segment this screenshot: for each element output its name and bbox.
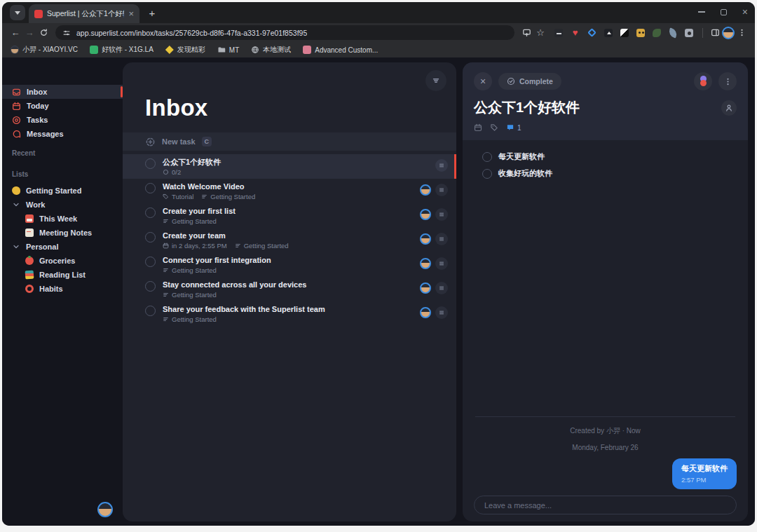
task-row[interactable]: Create your teamin 2 days, 2:55 PMGettin…: [123, 228, 456, 252]
sidebar-item[interactable]: Messages: [2, 127, 123, 141]
sidebar-list-item[interactable]: Meeting Notes: [2, 226, 123, 240]
bookmark-item[interactable]: 好软件 - X1G.LA: [90, 45, 154, 55]
reminder-toast[interactable]: 每天更新软件 2:57 PM: [672, 458, 737, 489]
task-detail-icon[interactable]: [435, 306, 448, 319]
task-checkbox[interactable]: [145, 232, 156, 243]
maximize-icon[interactable]: [721, 9, 727, 15]
browser-profile-avatar[interactable]: [722, 27, 735, 39]
minimize-icon[interactable]: [698, 11, 705, 13]
subtask-checkbox[interactable]: [482, 152, 492, 162]
tag-icon[interactable]: [490, 123, 498, 132]
sidebar-list-item[interactable]: Reading List: [2, 268, 123, 282]
assignee-button[interactable]: [721, 100, 737, 116]
puzzle-extension-icon[interactable]: [685, 29, 693, 37]
sidebar-list-item[interactable]: This Week: [2, 212, 123, 226]
task-meta: TutorialGetting Started: [163, 193, 413, 200]
sidebar-list-item[interactable]: Getting Started: [2, 184, 123, 198]
new-task-button[interactable]: New task C: [123, 132, 456, 151]
extensions-area: ♥: [554, 28, 693, 37]
sidebar-list-label: This Week: [39, 214, 77, 223]
comments-indicator[interactable]: 1: [506, 123, 521, 132]
browser-tab[interactable]: Superlist | 公众下1个好软件 ×: [29, 4, 139, 23]
task-detail-icon[interactable]: [435, 257, 448, 270]
task-checkbox[interactable]: [145, 281, 156, 292]
task-checkbox[interactable]: [145, 207, 156, 218]
layers-extension-icon[interactable]: [587, 28, 596, 37]
back-icon[interactable]: ←: [8, 26, 22, 40]
photo-extension-icon[interactable]: [604, 29, 613, 37]
tab-close-icon[interactable]: ×: [128, 9, 134, 18]
task-detail-title[interactable]: 公众下1个好软件: [474, 98, 721, 117]
task-row[interactable]: Share your feedback with the Superlist t…: [123, 301, 456, 326]
side-panel-icon[interactable]: [708, 26, 722, 40]
close-detail-icon[interactable]: ×: [474, 72, 492, 90]
sidebar-list-item[interactable]: Habits: [2, 282, 123, 296]
sidebar-group[interactable]: Personal: [2, 240, 123, 254]
sidebar-item[interactable]: Today: [2, 99, 123, 113]
reload-icon[interactable]: [36, 26, 50, 40]
subtask-checkbox[interactable]: [482, 169, 492, 179]
task-meta-text: Getting Started: [172, 315, 217, 323]
task-checkbox[interactable]: [145, 306, 156, 316]
more-options-button[interactable]: [718, 72, 737, 90]
bookmark-item[interactable]: Advanced Custom...: [303, 46, 378, 54]
task-row[interactable]: Stay connected across all your devicesGe…: [123, 277, 456, 301]
user-avatar[interactable]: [97, 502, 113, 517]
browser-menu-kebab-icon[interactable]: [735, 26, 749, 40]
task-detail-icon[interactable]: [435, 184, 448, 196]
bookmark-star-icon[interactable]: ☆: [533, 26, 547, 40]
task-detail-icon[interactable]: [435, 233, 448, 245]
plant-extension-icon[interactable]: [653, 29, 661, 37]
sidebar-section-lists: Lists: [2, 170, 123, 179]
sidebar-group[interactable]: Work: [2, 198, 123, 212]
cast-screen-icon[interactable]: [519, 26, 533, 40]
message-input[interactable]: [474, 496, 737, 514]
list-icon: [163, 292, 169, 298]
bookmark-item[interactable]: 发现精彩: [165, 45, 205, 55]
filter-button[interactable]: [425, 70, 446, 91]
forward-icon[interactable]: →: [22, 26, 36, 40]
bookmark-item[interactable]: 本地测试: [251, 45, 291, 55]
task-detail-icon[interactable]: [435, 282, 448, 294]
bookmark-label: 小羿 - XIAOYI.VC: [22, 45, 78, 55]
calendar-icon: [163, 243, 169, 249]
date-heading: Monday, February 26: [474, 444, 737, 451]
tab-search-button[interactable]: [10, 5, 25, 20]
bookmark-item[interactable]: MT: [217, 46, 239, 54]
task-checkbox[interactable]: [145, 183, 156, 193]
task-row[interactable]: Create your first listGetting Started: [123, 203, 456, 228]
task-row[interactable]: 公众下1个好软件0/2: [123, 154, 456, 179]
feather-extension-icon[interactable]: [667, 27, 678, 38]
bookmark-item[interactable]: 小羿 - XIAOYI.VC: [11, 45, 78, 55]
url-bar[interactable]: app.superlist.com/inbox/tasks/257629cb-d…: [55, 25, 514, 40]
task-row[interactable]: Watch Welcome VideoTutorialGetting Start…: [123, 179, 456, 203]
sidebar-list-item[interactable]: Groceries: [2, 254, 123, 268]
complete-button[interactable]: Complete: [498, 73, 561, 90]
task-body: 公众下1个好软件0/2: [163, 158, 428, 175]
presence-button[interactable]: [694, 72, 712, 90]
contrast-extension-icon[interactable]: [620, 29, 629, 37]
site-settings-icon[interactable]: [62, 29, 71, 37]
task-row[interactable]: Connect your first integrationGetting St…: [123, 252, 456, 277]
task-title: Share your feedback with the Superlist t…: [163, 305, 413, 314]
new-tab-button[interactable]: +: [144, 4, 161, 21]
due-date-icon[interactable]: [474, 123, 482, 132]
assignee-avatar: [420, 184, 431, 196]
task-detail-icon[interactable]: [435, 208, 448, 221]
task-meta-item: in 2 days, 2:55 PM: [163, 242, 227, 250]
subtask-row[interactable]: 每天更新软件: [482, 151, 728, 162]
media-extension-icon[interactable]: [554, 29, 563, 37]
tampermonkey-extension-icon[interactable]: [636, 29, 645, 37]
sidebar-item[interactable]: Inbox: [2, 85, 123, 99]
task-checkbox[interactable]: [145, 158, 156, 169]
task-detail-icon[interactable]: [435, 159, 448, 172]
sidebar-item[interactable]: Tasks: [2, 113, 123, 127]
detail-header: × Complete 公众下1个好软件: [463, 62, 748, 140]
sidebar-lists: Getting StartedWorkThis WeekMeeting Note…: [2, 184, 123, 296]
subtask-list: 每天更新软件收集好玩的软件: [474, 140, 737, 185]
close-window-icon[interactable]: ×: [742, 7, 748, 17]
subtask-row[interactable]: 收集好玩的软件: [482, 168, 728, 179]
browser-toolbar: ← → app.superlist.com/inbox/tasks/257629…: [2, 23, 755, 42]
task-checkbox[interactable]: [145, 257, 156, 267]
heart-extension-icon[interactable]: ♥: [571, 28, 580, 37]
